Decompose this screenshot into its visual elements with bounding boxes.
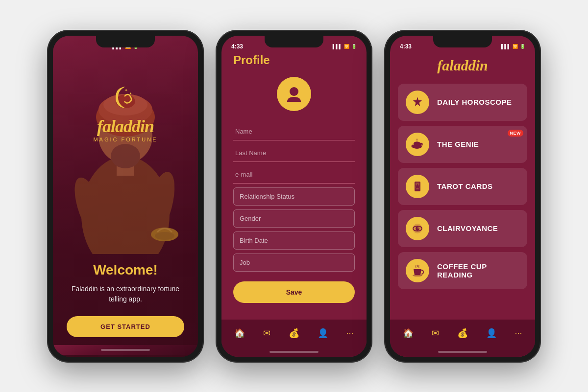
nav-mail-3[interactable]: ✉ xyxy=(428,324,443,343)
svg-text:✦: ✦ xyxy=(124,88,128,92)
genie-icon-circle xyxy=(406,133,429,156)
clairvoyance-eye-icon xyxy=(411,222,424,235)
nav-coins-3[interactable]: 💰 xyxy=(453,324,472,343)
new-badge: NEW xyxy=(508,130,524,137)
genie-lamp-icon xyxy=(411,138,424,151)
phone-menu: 4:33 ▌▌▌ 🛜 🔋 faladdin xyxy=(384,30,541,363)
notch-3 xyxy=(433,36,492,47)
name-field[interactable]: Name xyxy=(233,123,355,140)
coffee-icon-circle xyxy=(406,259,429,282)
nav-mail-2[interactable]: ✉ xyxy=(259,324,274,343)
daily-horoscope-icon-circle xyxy=(406,91,429,114)
home-indicator-2 xyxy=(270,351,318,353)
svg-point-11 xyxy=(155,232,174,240)
welcome-bottom: Welcome! Faladdin is an extraordinary fo… xyxy=(53,262,198,337)
notch-2 xyxy=(265,36,323,47)
svg-point-23 xyxy=(417,227,419,229)
menu-item-tarot[interactable]: TAROT CARDS xyxy=(398,168,527,205)
daily-horoscope-label: DAILY HOROSCOPE xyxy=(437,98,512,106)
daily-horoscope-icon xyxy=(411,96,424,109)
bottom-nav-3: 🏠 ✉ 💰 👤 ··· xyxy=(390,320,535,347)
avatar-person-icon xyxy=(285,85,303,103)
menu-item-clairvoyance[interactable]: CLAIRVOYANCE xyxy=(398,210,527,247)
status-icons-2: ▌▌▌ 🛜 🔋 xyxy=(333,44,357,49)
nav-home-3[interactable]: 🏠 xyxy=(399,324,417,343)
svg-point-22 xyxy=(416,227,419,231)
logo-icon: ✦ ✦ xyxy=(106,83,145,112)
save-button[interactable]: Save xyxy=(233,281,355,303)
status-time-2: 4:33 xyxy=(231,43,243,50)
job-field[interactable]: Job xyxy=(233,254,355,272)
bottom-nav-2: 🏠 ✉ 💰 👤 ··· xyxy=(221,320,367,347)
get-started-button[interactable]: GET STARTED xyxy=(67,316,184,337)
phone-welcome: ▌▌▌ 📶 🔋 xyxy=(47,30,204,363)
welcome-logo-text: faladdin xyxy=(97,116,154,137)
menu-item-daily-horoscope[interactable]: DAILY HOROSCOPE xyxy=(398,84,527,121)
clairvoyance-icon-circle xyxy=(406,217,429,240)
menu-content: DAILY HOROSCOPE xyxy=(390,80,535,320)
tarot-label: TAROT CARDS xyxy=(437,182,493,190)
welcome-title: Welcome! xyxy=(93,262,158,278)
logo-area: ✦ ✦ faladdin MAGIC FORTUNE xyxy=(93,83,157,142)
avatar[interactable] xyxy=(277,77,311,111)
nav-coins-2[interactable]: 💰 xyxy=(285,324,303,343)
coffee-cup-label: COFFEE CUP READING xyxy=(437,262,519,279)
clairvoyance-label: CLAIRVOYANCE xyxy=(437,224,498,232)
nav-home-2[interactable]: 🏠 xyxy=(230,324,249,343)
welcome-description: Faladdin is an extraordinary fortune tel… xyxy=(65,284,186,304)
tarot-card-icon xyxy=(411,180,424,193)
svg-point-14 xyxy=(290,87,298,96)
menu-logo-text: faladdin xyxy=(437,57,488,73)
status-icons-3: ▌▌▌ 🛜 🔋 xyxy=(501,44,525,49)
home-bar-3 xyxy=(390,347,535,357)
home-indicator-3 xyxy=(438,351,487,353)
svg-marker-15 xyxy=(413,97,422,106)
relationship-status-field[interactable]: Relationship Status xyxy=(233,187,355,206)
birth-date-field[interactable]: Birth Date xyxy=(233,231,355,250)
phone-profile: 4:33 ▌▌▌ 🛜 🔋 Profile xyxy=(216,30,372,363)
nav-more-2[interactable]: ··· xyxy=(343,324,358,342)
svg-text:✦: ✦ xyxy=(129,92,132,95)
nav-profile-2[interactable]: 👤 xyxy=(314,324,332,343)
profile-content: Profile Name Last Name e-mail Relationsh… xyxy=(221,53,367,320)
notch xyxy=(96,36,155,47)
email-field[interactable]: e-mail xyxy=(233,166,355,184)
home-bar-2 xyxy=(221,347,367,357)
magic-fortune-label: MAGIC FORTUNE xyxy=(93,137,157,142)
svg-point-7 xyxy=(111,144,140,168)
last-name-field[interactable]: Last Name xyxy=(233,144,355,162)
profile-title: Profile xyxy=(233,53,355,67)
home-indicator-1 xyxy=(101,349,150,351)
genie-label: THE GENIE xyxy=(437,140,479,148)
status-time-3: 4:33 xyxy=(400,43,412,50)
avatar-container xyxy=(233,77,355,111)
menu-header: faladdin xyxy=(390,53,535,80)
nav-more-3[interactable]: ··· xyxy=(511,324,526,342)
home-bar-1 xyxy=(53,345,198,355)
tarot-icon-circle xyxy=(406,175,429,198)
menu-item-coffee[interactable]: COFFEE CUP READING xyxy=(398,252,527,289)
menu-item-genie[interactable]: THE GENIE NEW xyxy=(398,126,527,163)
svg-point-24 xyxy=(413,275,422,277)
nav-profile-3[interactable]: 👤 xyxy=(482,324,501,343)
gender-field[interactable]: Gender xyxy=(233,209,355,228)
coffee-cup-icon xyxy=(411,264,424,277)
